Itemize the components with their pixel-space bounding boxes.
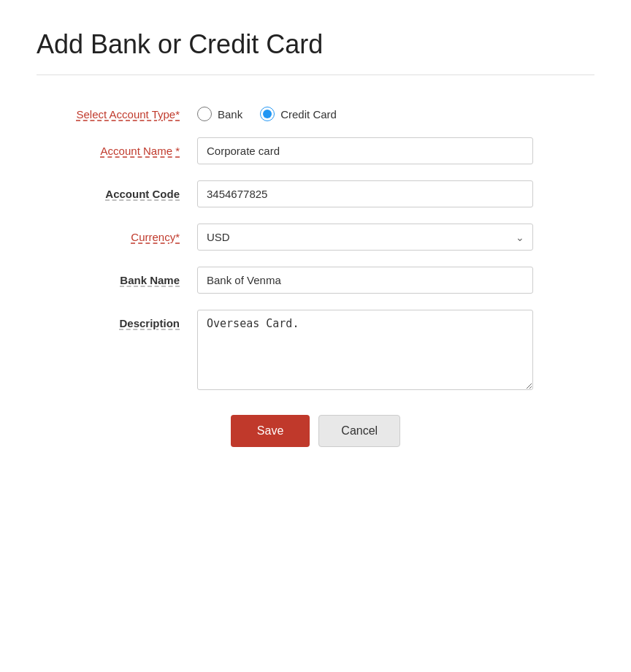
account-type-options: Bank Credit Card <box>197 101 533 121</box>
account-name-control <box>197 137 533 164</box>
radio-credit-card-input[interactable] <box>260 107 275 121</box>
currency-select-wrapper: USD EUR GBP JPY CAD ⌄ <box>197 224 533 251</box>
account-code-row: Account Code <box>37 180 594 207</box>
account-name-row: Account Name * <box>37 137 594 164</box>
bank-name-row: Bank Name <box>37 267 594 294</box>
radio-bank-input[interactable] <box>197 107 212 121</box>
currency-row: Currency* USD EUR GBP JPY CAD ⌄ <box>37 224 594 251</box>
radio-credit-card-option[interactable]: Credit Card <box>260 107 337 121</box>
description-label: Description <box>37 310 197 329</box>
currency-control: USD EUR GBP JPY CAD ⌄ <box>197 224 533 251</box>
description-textarea[interactable]: Overseas Card. <box>197 310 533 390</box>
account-type-label: Select Account Type* <box>37 101 197 121</box>
account-code-label: Account Code <box>37 180 197 200</box>
bank-name-input[interactable] <box>197 267 533 294</box>
currency-label: Currency* <box>37 224 197 243</box>
account-code-control <box>197 180 533 207</box>
currency-select[interactable]: USD EUR GBP JPY CAD <box>197 224 533 251</box>
description-control: Overseas Card. <box>197 310 533 393</box>
account-name-label: Account Name * <box>37 137 197 157</box>
save-button[interactable]: Save <box>231 415 310 447</box>
account-name-input[interactable] <box>197 137 533 164</box>
button-row: Save Cancel <box>37 415 594 447</box>
form-container: Select Account Type* Bank Credit Card Ac… <box>37 101 594 393</box>
cancel-button[interactable]: Cancel <box>318 415 400 447</box>
page-title: Add Bank or Credit Card <box>37 29 594 60</box>
radio-credit-card-label: Credit Card <box>280 108 337 121</box>
bank-name-label: Bank Name <box>37 267 197 286</box>
radio-bank-label: Bank <box>218 108 242 121</box>
account-code-input[interactable] <box>197 180 533 207</box>
bank-name-control <box>197 267 533 294</box>
radio-bank-option[interactable]: Bank <box>197 107 242 121</box>
description-row: Description Overseas Card. <box>37 310 594 393</box>
account-type-row: Select Account Type* Bank Credit Card <box>37 101 594 121</box>
divider <box>37 75 594 75</box>
